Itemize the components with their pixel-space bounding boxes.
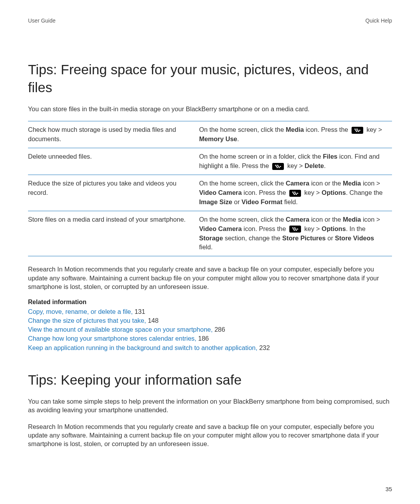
related-link-line: Change how long your smartphone stores c… — [28, 334, 392, 343]
svg-point-27 — [296, 230, 297, 231]
svg-point-17 — [295, 192, 296, 194]
svg-point-24 — [295, 229, 296, 230]
tip-instruction: On the home screen, click the Camera ico… — [199, 211, 392, 256]
tip-task: Reduce the size of pictures you take and… — [28, 175, 199, 211]
blackberry-key-icon — [289, 226, 301, 233]
svg-point-3 — [357, 130, 359, 131]
svg-point-0 — [354, 129, 356, 130]
svg-point-12 — [276, 167, 278, 168]
related-link[interactable]: Change the size of pictures that you tak… — [28, 317, 146, 324]
svg-point-19 — [294, 194, 295, 195]
related-link-line: Copy, move, rename, or delete a file, 13… — [28, 307, 392, 316]
table-row: Store files on a media card instead of y… — [28, 211, 392, 256]
svg-point-20 — [296, 194, 297, 195]
table-row: Reduce the size of pictures you take and… — [28, 175, 392, 211]
related-link[interactable]: Change how long your smartphone stores c… — [28, 335, 196, 342]
svg-point-25 — [297, 229, 298, 230]
related-info-heading: Related information — [28, 299, 392, 306]
safe-paragraph-1: You can take some simple steps to help p… — [28, 397, 392, 415]
svg-point-11 — [280, 166, 281, 167]
svg-point-18 — [297, 192, 298, 194]
svg-point-1 — [356, 129, 358, 130]
svg-point-6 — [358, 131, 359, 132]
related-link[interactable]: Keep an application running in the backg… — [28, 344, 257, 351]
svg-point-13 — [278, 167, 280, 168]
tip-task: Store files on a media card instead of y… — [28, 211, 199, 256]
svg-point-4 — [359, 130, 360, 131]
backup-note: Research In Motion recommends that you r… — [28, 265, 392, 291]
svg-point-2 — [355, 130, 357, 131]
tip-instruction: On the home screen or in a folder, click… — [199, 148, 392, 175]
svg-point-26 — [294, 230, 295, 231]
related-link-line: View the amount of available storage spa… — [28, 325, 392, 334]
safe-paragraph-2: Research In Motion recommends that you r… — [28, 422, 392, 448]
page-number: 35 — [385, 486, 392, 492]
related-link-line: Change the size of pictures that you tak… — [28, 316, 392, 325]
svg-point-5 — [356, 131, 357, 132]
tip-task: Delete unneeded files. — [28, 148, 199, 175]
table-row: Delete unneeded files.On the home screen… — [28, 148, 392, 175]
header-right: Quick Help — [366, 18, 392, 24]
related-link-line: Keep an application running in the backg… — [28, 343, 392, 352]
intro-paragraph: You can store files in the built-in medi… — [28, 105, 392, 113]
table-row: Check how much storage is used by media … — [28, 121, 392, 148]
blackberry-key-icon — [272, 163, 284, 170]
tip-task: Check how much storage is used by media … — [28, 121, 199, 148]
svg-point-14 — [292, 191, 294, 192]
tips-table: Check how much storage is used by media … — [28, 121, 392, 256]
tip-instruction: On the home screen, click the Media icon… — [199, 121, 392, 148]
svg-point-7 — [275, 164, 276, 166]
header-left: User Guide — [28, 18, 56, 24]
heading-freeing-space: Tips: Freeing space for your music, pict… — [28, 61, 392, 96]
svg-point-10 — [278, 166, 279, 167]
related-link[interactable]: View the amount of available storage spa… — [28, 326, 213, 333]
svg-point-22 — [294, 228, 296, 229]
svg-point-8 — [277, 164, 278, 166]
svg-point-21 — [292, 228, 294, 229]
tip-instruction: On the home screen, click the Camera ico… — [199, 175, 392, 211]
heading-keeping-safe: Tips: Keeping your information safe — [28, 371, 392, 389]
blackberry-key-icon — [289, 190, 301, 197]
page-header: User Guide Quick Help — [28, 18, 392, 24]
svg-point-15 — [294, 191, 296, 192]
svg-point-23 — [293, 229, 294, 230]
blackberry-key-icon — [352, 127, 363, 134]
related-link[interactable]: Copy, move, rename, or delete a file, — [28, 308, 133, 315]
svg-point-16 — [293, 192, 294, 194]
svg-point-9 — [276, 166, 277, 167]
